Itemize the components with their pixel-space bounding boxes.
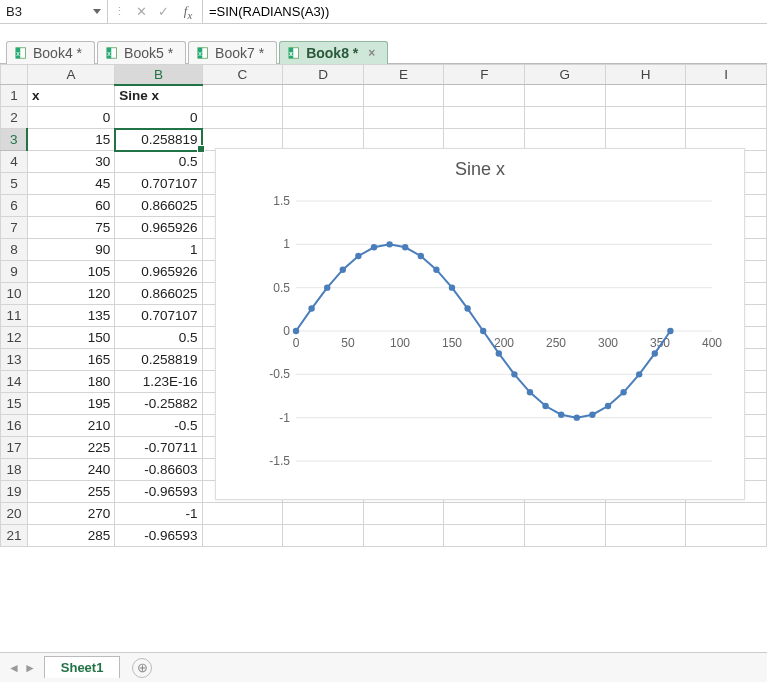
column-header[interactable]: A [27,65,114,85]
cell[interactable]: 0.866025 [115,195,202,217]
cell[interactable]: 195 [27,393,114,415]
row-header[interactable]: 7 [1,217,28,239]
cell[interactable] [444,503,525,525]
cell[interactable] [202,503,283,525]
cell[interactable]: -0.25882 [115,393,202,415]
embedded-chart[interactable]: Sine x -1.5-1-0.500.511.5050100150200250… [215,148,745,500]
row-header[interactable]: 21 [1,525,28,547]
sheet-nav[interactable]: ◄ ► [0,661,44,675]
cell[interactable] [444,525,525,547]
row-header[interactable]: 9 [1,261,28,283]
name-box-dropdown-icon[interactable] [93,9,101,14]
column-header[interactable]: G [525,65,606,85]
cell[interactable] [363,85,444,107]
cell[interactable] [363,503,444,525]
cancel-icon[interactable]: ✕ [130,4,152,19]
cell[interactable] [605,525,686,547]
select-all-corner[interactable] [1,65,28,85]
cell[interactable]: -0.96593 [115,525,202,547]
cell[interactable]: 180 [27,371,114,393]
cell[interactable]: 0.258819 [115,129,202,151]
cell[interactable]: 150 [27,327,114,349]
workbook-tab[interactable]: xBook5 * [97,41,186,64]
cell[interactable] [686,85,767,107]
cell[interactable]: 0 [27,107,114,129]
cell[interactable]: 90 [27,239,114,261]
row-header[interactable]: 18 [1,459,28,481]
row-header[interactable]: 4 [1,151,28,173]
cell[interactable]: 0.965926 [115,217,202,239]
cell[interactable] [283,85,364,107]
cell[interactable]: 0.707107 [115,173,202,195]
cell[interactable]: Sine x [115,85,202,107]
cell[interactable] [202,85,283,107]
column-header[interactable]: D [283,65,364,85]
row-header[interactable]: 17 [1,437,28,459]
cell[interactable]: 285 [27,525,114,547]
cell[interactable]: x [27,85,114,107]
cell[interactable]: 1.23E-16 [115,371,202,393]
cell[interactable]: -0.96593 [115,481,202,503]
cell[interactable]: 240 [27,459,114,481]
cell[interactable] [202,107,283,129]
cell[interactable]: 135 [27,305,114,327]
cell[interactable] [525,503,606,525]
row-header[interactable]: 12 [1,327,28,349]
cell[interactable] [444,85,525,107]
cell[interactable]: 15 [27,129,114,151]
cell[interactable]: -0.5 [115,415,202,437]
cell[interactable]: 0.707107 [115,305,202,327]
cell[interactable]: 0.258819 [115,349,202,371]
worksheet-grid[interactable]: ABCDEFGHI 1xSine x2003150.2588194300.554… [0,64,767,634]
cell[interactable] [525,85,606,107]
cell[interactable]: 30 [27,151,114,173]
row-header[interactable]: 8 [1,239,28,261]
name-box[interactable]: B3 [0,0,108,24]
cell[interactable] [525,525,606,547]
row-header[interactable]: 3 [1,129,28,151]
column-header[interactable]: B [115,65,202,85]
column-header[interactable]: H [605,65,686,85]
workbook-tab[interactable]: xBook7 * [188,41,277,64]
cell[interactable]: 120 [27,283,114,305]
cell[interactable] [686,107,767,129]
fx-icon[interactable]: fx [174,3,202,21]
cell[interactable] [686,525,767,547]
row-header[interactable]: 14 [1,371,28,393]
row-header[interactable]: 1 [1,85,28,107]
cell[interactable]: 255 [27,481,114,503]
cell[interactable] [444,107,525,129]
cell[interactable]: -0.70711 [115,437,202,459]
close-icon[interactable]: × [368,46,375,60]
sheet-nav-next-icon[interactable]: ► [24,661,36,675]
add-sheet-button[interactable]: ⊕ [132,658,152,678]
row-header[interactable]: 2 [1,107,28,129]
row-header[interactable]: 13 [1,349,28,371]
confirm-icon[interactable]: ✓ [152,4,174,19]
cell[interactable]: -1 [115,503,202,525]
cell[interactable] [283,525,364,547]
cell[interactable]: 105 [27,261,114,283]
cell[interactable]: -0.86603 [115,459,202,481]
row-header[interactable]: 19 [1,481,28,503]
cell[interactable] [202,525,283,547]
row-header[interactable]: 20 [1,503,28,525]
sheet-nav-prev-icon[interactable]: ◄ [8,661,20,675]
cell[interactable] [605,107,686,129]
cell[interactable]: 225 [27,437,114,459]
row-header[interactable]: 10 [1,283,28,305]
cell[interactable] [686,503,767,525]
row-header[interactable]: 6 [1,195,28,217]
column-header[interactable]: C [202,65,283,85]
cell[interactable] [363,107,444,129]
column-header[interactable]: F [444,65,525,85]
cell[interactable]: 0.5 [115,151,202,173]
row-header[interactable]: 15 [1,393,28,415]
cell[interactable]: 210 [27,415,114,437]
cell[interactable]: 1 [115,239,202,261]
cell[interactable]: 75 [27,217,114,239]
cell[interactable] [605,503,686,525]
cell[interactable]: 0.5 [115,327,202,349]
cell[interactable]: 270 [27,503,114,525]
cell[interactable] [283,107,364,129]
